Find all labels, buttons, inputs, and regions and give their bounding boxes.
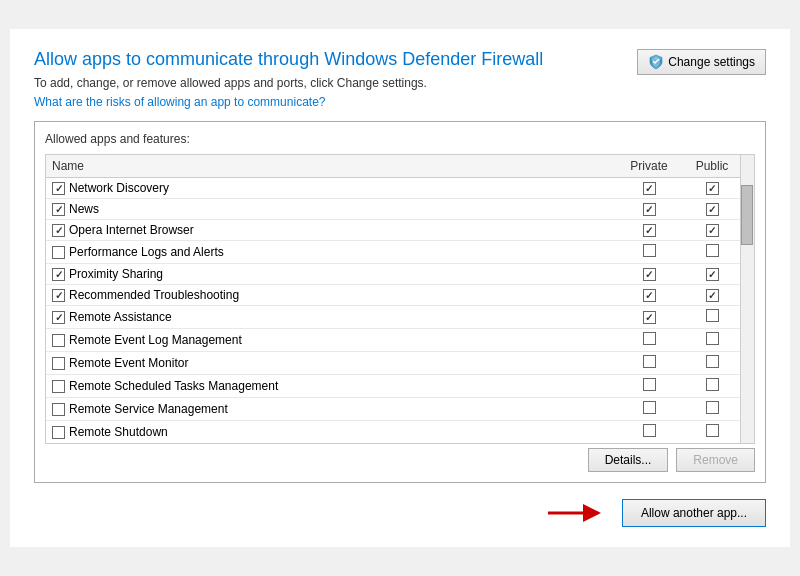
header-left: Allow apps to communicate through Window…: [34, 49, 543, 109]
private-checkbox[interactable]: [643, 224, 656, 237]
allow-another-button[interactable]: Allow another app...: [622, 499, 766, 527]
row-name-cell: News: [46, 199, 614, 220]
table-row[interactable]: Network Discovery: [46, 178, 754, 199]
private-checkbox[interactable]: [643, 268, 656, 281]
app-checkbox[interactable]: [52, 289, 65, 302]
app-checkbox[interactable]: [52, 182, 65, 195]
private-checkbox-cell[interactable]: [614, 306, 684, 329]
app-name: Performance Logs and Alerts: [69, 245, 224, 259]
private-checkbox-cell[interactable]: [614, 375, 684, 398]
row-name-cell: Opera Internet Browser: [46, 220, 614, 241]
table-row[interactable]: Opera Internet Browser: [46, 220, 754, 241]
private-checkbox-cell[interactable]: [614, 421, 684, 444]
private-checkbox-cell[interactable]: [614, 398, 684, 421]
remove-button[interactable]: Remove: [676, 448, 755, 472]
table-row[interactable]: Remote Service Management: [46, 398, 754, 421]
public-checkbox[interactable]: [706, 268, 719, 281]
app-name: Network Discovery: [69, 181, 169, 195]
row-name-cell: Remote Assistance: [46, 306, 614, 329]
app-checkbox[interactable]: [52, 426, 65, 439]
private-checkbox[interactable]: [643, 378, 656, 391]
app-name: Remote Event Monitor: [69, 356, 188, 370]
private-checkbox[interactable]: [643, 332, 656, 345]
risk-link[interactable]: What are the risks of allowing an app to…: [34, 95, 325, 109]
private-checkbox[interactable]: [643, 244, 656, 257]
header-section: Allow apps to communicate through Window…: [34, 49, 766, 109]
app-checkbox[interactable]: [52, 357, 65, 370]
details-button[interactable]: Details...: [588, 448, 669, 472]
apps-table: Name Private Public Network DiscoveryNew…: [46, 155, 754, 443]
change-settings-label: Change settings: [668, 55, 755, 69]
private-checkbox[interactable]: [643, 311, 656, 324]
app-checkbox[interactable]: [52, 311, 65, 324]
public-checkbox[interactable]: [706, 224, 719, 237]
table-row[interactable]: Remote Shutdown: [46, 421, 754, 444]
private-checkbox-cell[interactable]: [614, 352, 684, 375]
private-checkbox[interactable]: [643, 401, 656, 414]
private-checkbox[interactable]: [643, 182, 656, 195]
table-row[interactable]: Proximity Sharing: [46, 264, 754, 285]
row-name-cell: Recommended Troubleshooting: [46, 285, 614, 306]
public-checkbox[interactable]: [706, 203, 719, 216]
app-name: Remote Scheduled Tasks Management: [69, 379, 278, 393]
page-title: Allow apps to communicate through Window…: [34, 49, 543, 70]
public-checkbox[interactable]: [706, 424, 719, 437]
private-checkbox-cell[interactable]: [614, 178, 684, 199]
col-private: Private: [614, 155, 684, 178]
row-name-cell: Remote Event Monitor: [46, 352, 614, 375]
col-name: Name: [46, 155, 614, 178]
app-name: Proximity Sharing: [69, 267, 163, 281]
private-checkbox[interactable]: [643, 203, 656, 216]
app-checkbox[interactable]: [52, 334, 65, 347]
app-checkbox[interactable]: [52, 380, 65, 393]
public-checkbox[interactable]: [706, 401, 719, 414]
table-header: Name Private Public: [46, 155, 754, 178]
app-checkbox[interactable]: [52, 224, 65, 237]
scrollbar-track[interactable]: [740, 155, 754, 443]
public-checkbox[interactable]: [706, 355, 719, 368]
apps-table-container: Name Private Public Network DiscoveryNew…: [45, 154, 755, 444]
public-checkbox[interactable]: [706, 309, 719, 322]
change-settings-button[interactable]: Change settings: [637, 49, 766, 75]
footer-row: Allow another app...: [34, 499, 766, 527]
table-action-buttons: Details... Remove: [45, 448, 755, 472]
row-name-cell: Remote Service Management: [46, 398, 614, 421]
private-checkbox[interactable]: [643, 424, 656, 437]
arrow-container: [546, 501, 606, 525]
table-body: Network DiscoveryNewsOpera Internet Brow…: [46, 178, 754, 444]
allowed-apps-box: Allowed apps and features: Name Private …: [34, 121, 766, 483]
public-checkbox[interactable]: [706, 332, 719, 345]
app-checkbox[interactable]: [52, 203, 65, 216]
shield-icon: [648, 54, 664, 70]
scrollbar-thumb[interactable]: [741, 185, 753, 245]
private-checkbox-cell[interactable]: [614, 220, 684, 241]
table-row[interactable]: Remote Assistance: [46, 306, 754, 329]
public-checkbox[interactable]: [706, 289, 719, 302]
public-checkbox[interactable]: [706, 378, 719, 391]
row-name-cell: Remote Event Log Management: [46, 329, 614, 352]
app-name: News: [69, 202, 99, 216]
private-checkbox-cell[interactable]: [614, 329, 684, 352]
private-checkbox-cell[interactable]: [614, 264, 684, 285]
app-name: Remote Event Log Management: [69, 333, 242, 347]
subtitle-text: To add, change, or remove allowed apps a…: [34, 76, 543, 90]
app-checkbox[interactable]: [52, 246, 65, 259]
private-checkbox[interactable]: [643, 355, 656, 368]
private-checkbox-cell[interactable]: [614, 241, 684, 264]
app-name: Remote Assistance: [69, 310, 172, 324]
table-row[interactable]: Performance Logs and Alerts: [46, 241, 754, 264]
table-row[interactable]: Remote Scheduled Tasks Management: [46, 375, 754, 398]
private-checkbox-cell[interactable]: [614, 285, 684, 306]
public-checkbox[interactable]: [706, 244, 719, 257]
table-row[interactable]: News: [46, 199, 754, 220]
table-row[interactable]: Remote Event Log Management: [46, 329, 754, 352]
private-checkbox-cell[interactable]: [614, 199, 684, 220]
app-checkbox[interactable]: [52, 403, 65, 416]
row-name-cell: Network Discovery: [46, 178, 614, 199]
public-checkbox[interactable]: [706, 182, 719, 195]
private-checkbox[interactable]: [643, 289, 656, 302]
row-name-cell: Performance Logs and Alerts: [46, 241, 614, 264]
app-checkbox[interactable]: [52, 268, 65, 281]
table-row[interactable]: Recommended Troubleshooting: [46, 285, 754, 306]
table-row[interactable]: Remote Event Monitor: [46, 352, 754, 375]
